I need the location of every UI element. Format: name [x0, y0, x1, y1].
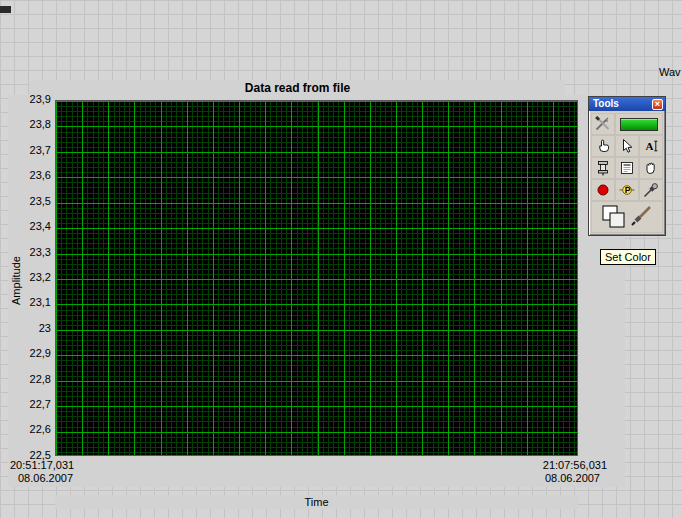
tool-breakpoint[interactable] — [591, 179, 615, 201]
tool-scroll-window[interactable] — [639, 157, 663, 179]
probe-icon: P — [619, 182, 635, 198]
partial-control-label: Wav — [659, 66, 681, 78]
y-tick: 23 — [0, 322, 51, 335]
x-axis-end-time: 21:07:56,031 — [450, 459, 607, 471]
tool-get-color[interactable] — [639, 179, 663, 201]
set-color-tooltip: Set Color — [600, 249, 656, 265]
y-tick: 23,3 — [0, 246, 51, 259]
tool-auto-select-led[interactable] — [615, 113, 663, 135]
tool-position-select[interactable] — [615, 135, 639, 157]
hand-icon — [643, 160, 659, 176]
x-axis-end-date: 08.06.2007 — [450, 472, 600, 484]
tool-probe[interactable]: P — [615, 179, 639, 201]
tools-palette-title: Tools — [593, 98, 652, 110]
tool-shortcut-menu[interactable] — [615, 157, 639, 179]
x-axis-start-date: 08.06.2007 — [18, 472, 73, 484]
x-axis-start-time: 20:51:17,031 — [10, 459, 74, 471]
tool-edit-text[interactable]: A — [639, 135, 663, 157]
edit-a-glyph: A — [646, 140, 654, 152]
close-icon: × — [655, 100, 660, 109]
tool-set-color[interactable] — [591, 201, 663, 233]
tools-palette-titlebar[interactable]: Tools × — [589, 97, 665, 111]
tools-palette: Tools × — [588, 96, 666, 236]
y-tick: 23,7 — [0, 144, 51, 157]
y-tick: 23,4 — [0, 220, 51, 233]
close-button[interactable]: × — [652, 99, 663, 110]
text-edit-icon: A — [643, 138, 659, 154]
pointing-hand-icon — [595, 138, 611, 154]
arrow-cursor-icon — [619, 138, 635, 154]
y-tick: 22,6 — [0, 423, 51, 436]
tool-operate-value[interactable] — [591, 135, 615, 157]
chart-title: Data read from file — [30, 80, 565, 96]
eyedropper-icon — [643, 182, 659, 198]
y-tick: 23,6 — [0, 169, 51, 182]
y-axis-ticks: 23,9 23,8 23,7 23,6 23,5 23,4 23,3 23,2 … — [0, 93, 51, 462]
chart-plot-area[interactable] — [55, 100, 578, 456]
y-tick: 23,9 — [0, 93, 51, 106]
menu-icon — [619, 160, 635, 176]
y-tick: 22,9 — [0, 347, 51, 360]
y-axis-label: Amplitude — [10, 249, 23, 313]
y-tick: 23,1 — [0, 296, 51, 309]
labview-front-panel: Wav Data read from file 23,9 23,8 23,7 2… — [0, 0, 682, 518]
x-axis-label: Time — [55, 495, 578, 509]
screen-artifact — [0, 6, 11, 13]
tool-connect-wire[interactable] — [591, 157, 615, 179]
red-circle-icon — [595, 182, 611, 198]
y-tick: 23,5 — [0, 195, 51, 208]
y-tick: 22,7 — [0, 398, 51, 411]
wrench-screwdriver-icon — [594, 116, 612, 132]
tools-grid: A — [589, 111, 665, 235]
y-tick: 22,8 — [0, 373, 51, 386]
y-tick: 23,2 — [0, 271, 51, 284]
probe-p-glyph: P — [625, 185, 631, 195]
y-tick: 23,8 — [0, 118, 51, 131]
color-squares-brush-icon — [598, 203, 656, 231]
wire-spool-icon — [595, 160, 611, 176]
green-led-icon — [620, 118, 658, 131]
tool-automatic-selection[interactable] — [591, 113, 615, 135]
